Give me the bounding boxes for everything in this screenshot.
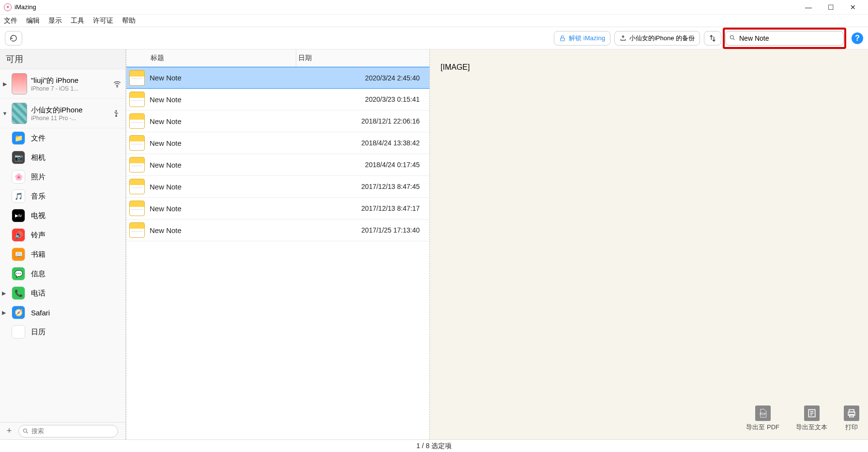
camera-icon: 📷: [12, 151, 25, 164]
sidebar-search-input[interactable]: [18, 425, 118, 437]
help-button[interactable]: ?: [852, 32, 863, 44]
sidebar-footer: +: [0, 422, 125, 439]
sidebar-item-msg[interactable]: 💬信息: [0, 264, 125, 283]
main-area: 可用 ▶ "liuji"的 iPhone iPhone 7 - iOS 1...…: [0, 49, 868, 439]
notes-list: 标题 日期 New Note2020/3/24 2:45:40New Note2…: [126, 49, 430, 439]
device-item-liuji[interactable]: ▶ "liuji"的 iPhone iPhone 7 - iOS 1...: [0, 69, 125, 99]
sidebar-item-camera[interactable]: 📷相机: [0, 148, 125, 167]
note-row[interactable]: New Note2017/12/13 8:47:45: [126, 176, 429, 198]
wifi-icon: [113, 79, 122, 88]
print-icon: [844, 405, 859, 421]
safari-icon: 🧭: [12, 306, 25, 319]
note-row[interactable]: New Note2018/4/24 0:17:45: [126, 154, 429, 176]
menubar: 文件 编辑 显示 工具 许可证 帮助: [0, 15, 868, 27]
device-thumbnail: [12, 103, 27, 124]
transfer-button[interactable]: [704, 31, 721, 46]
sidebar-item-photos[interactable]: 🌸照片: [0, 167, 125, 187]
books-icon: 📖: [12, 248, 25, 261]
note-row[interactable]: New Note2018/4/24 13:38:42: [126, 132, 429, 154]
menu-help[interactable]: 帮助: [122, 16, 136, 25]
search-icon: [22, 428, 29, 435]
backup-button[interactable]: 小仙女的iPhone 的备份: [614, 31, 700, 46]
sidebar-item-label: 文件: [31, 134, 46, 143]
sidebar-item-phone[interactable]: ▶📞电话: [0, 283, 125, 303]
app-icon: ✦: [4, 3, 12, 11]
transfer-icon: [709, 34, 716, 42]
app-title: iMazing: [15, 3, 36, 11]
lock-icon: [559, 35, 566, 42]
sidebar-item-music[interactable]: 🎵音乐: [0, 187, 125, 206]
svg-point-5: [23, 429, 27, 432]
device-thumbnail: [12, 73, 27, 94]
toolbar: 解锁 iMazing 小仙女的iPhone 的备份 ?: [0, 27, 868, 49]
column-date[interactable]: 日期: [296, 49, 429, 66]
unlock-label: 解锁 iMazing: [569, 34, 605, 43]
menu-license[interactable]: 许可证: [93, 16, 113, 25]
sidebar-item-label: Safari: [31, 309, 50, 317]
add-button[interactable]: +: [4, 426, 15, 436]
svg-rect-0: [561, 38, 564, 41]
refresh-button[interactable]: [5, 31, 22, 46]
menu-view[interactable]: 显示: [48, 16, 62, 25]
sidebar-item-label: 铃声: [31, 231, 46, 240]
export-txt-label: 导出至文本: [796, 423, 827, 432]
export-pdf-label: 导出至 PDF: [746, 423, 779, 432]
sidebar-item-files[interactable]: 📁文件: [0, 128, 125, 148]
msg-icon: 💬: [12, 267, 25, 281]
phone-icon: 📞: [12, 286, 25, 300]
note-row[interactable]: New Note2020/3/24 2:45:40: [126, 67, 429, 89]
device-sub: iPhone 7 - iOS 1...: [31, 85, 109, 92]
note-preview: [IMAGE]: [430, 49, 868, 439]
note-date: 2020/3/24 2:45:40: [295, 74, 429, 82]
note-date: 2020/3/23 0:15:41: [295, 95, 429, 103]
search-input[interactable]: [725, 31, 844, 46]
close-button[interactable]: ✕: [842, 0, 864, 15]
note-title: New Note: [150, 204, 295, 213]
note-row[interactable]: New Note2018/12/1 22:06:16: [126, 110, 429, 132]
note-title: New Note: [150, 161, 295, 169]
note-icon: [129, 179, 145, 194]
text-icon: [804, 405, 820, 421]
sidebar-item-label: 相机: [31, 153, 46, 162]
note-icon: [129, 113, 145, 129]
sidebar-scroll[interactable]: ▶ "liuji"的 iPhone iPhone 7 - iOS 1... ▼ …: [0, 69, 125, 422]
note-date: 2018/4/24 0:17:45: [295, 161, 429, 169]
menu-tools[interactable]: 工具: [71, 16, 84, 25]
sidebar-item-books[interactable]: 📖书籍: [0, 245, 125, 264]
note-icon: [129, 70, 145, 86]
device-item-xiaoxiannv[interactable]: ▼ 小仙女的iPhone iPhone 11 Pro -...: [0, 99, 125, 128]
export-txt-button[interactable]: 导出至文本: [796, 405, 827, 432]
column-title[interactable]: 标题: [126, 54, 296, 62]
titlebar: ✦ iMazing — ☐ ✕: [0, 0, 868, 15]
export-pdf-button[interactable]: PDF 导出至 PDF: [746, 405, 779, 432]
note-icon: [129, 157, 145, 172]
note-icon: [129, 135, 145, 151]
maximize-button[interactable]: ☐: [820, 0, 842, 15]
content-area: 标题 日期 New Note2020/3/24 2:45:40New Note2…: [126, 49, 868, 439]
svg-point-1: [730, 35, 733, 39]
note-title: New Note: [150, 226, 295, 234]
notes-header: 标题 日期: [126, 49, 429, 67]
note-row[interactable]: New Note2020/3/23 0:15:41: [126, 89, 429, 110]
sidebar-item-safari[interactable]: ▶🧭Safari: [0, 303, 125, 322]
note-date: 2018/4/24 13:38:42: [295, 139, 429, 147]
menu-file[interactable]: 文件: [4, 16, 17, 25]
backup-label: 小仙女的iPhone 的备份: [629, 34, 695, 43]
minimize-button[interactable]: —: [797, 0, 820, 15]
note-row[interactable]: New Note2017/1/25 17:13:40: [126, 219, 429, 241]
unlock-button[interactable]: 解锁 iMazing: [554, 31, 610, 46]
sidebar-item-label: 电视: [31, 211, 46, 220]
svg-text:PDF: PDF: [760, 412, 766, 416]
menu-edit[interactable]: 编辑: [26, 16, 40, 25]
chevron-right-icon: ▶: [2, 290, 8, 296]
sidebar-item-tv[interactable]: ▶tv电视: [0, 206, 125, 225]
sidebar-item-ring[interactable]: 🔊铃声: [0, 225, 125, 245]
print-button[interactable]: 打印: [844, 405, 859, 432]
note-row[interactable]: New Note2017/12/13 8:47:17: [126, 198, 429, 219]
note-title: New Note: [150, 139, 295, 147]
statusbar: 1 / 8 选定项: [0, 439, 868, 452]
sidebar-item-cal[interactable]: 4日历: [0, 322, 125, 342]
device-name: 小仙女的iPhone: [31, 106, 109, 115]
svg-point-2: [117, 86, 118, 87]
notes-body[interactable]: New Note2020/3/24 2:45:40New Note2020/3/…: [126, 67, 429, 439]
